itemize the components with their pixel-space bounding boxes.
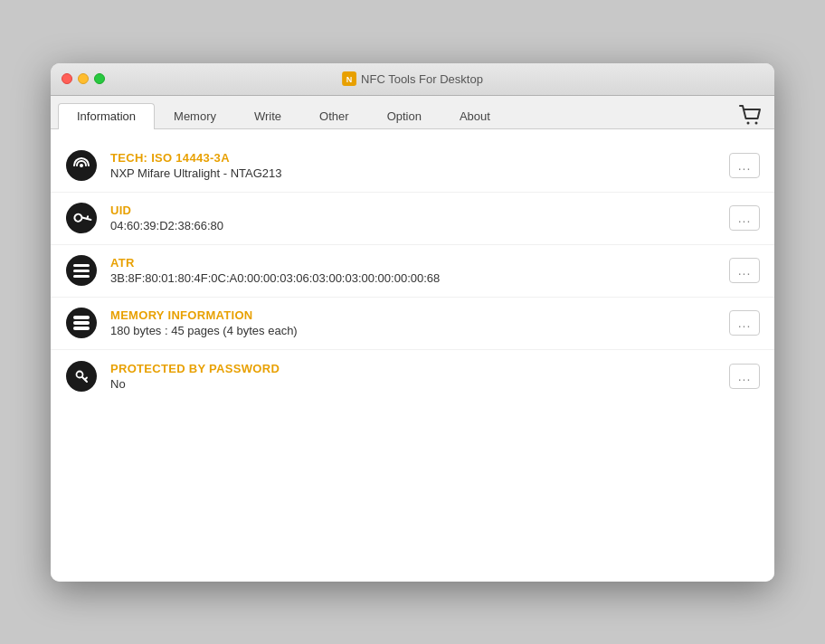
- atr-value: 3B:8F:80:01:80:4F:0C:A0:00:00:03:06:03:0…: [110, 271, 729, 285]
- uid-row: UID 04:60:39:D2:38:66:80 ...: [51, 193, 774, 245]
- title-text: NFC Tools For Desktop: [361, 72, 483, 86]
- uid-label: UID: [110, 204, 729, 217]
- svg-point-4: [80, 164, 83, 167]
- titlebar: N NFC Tools For Desktop: [51, 63, 774, 96]
- svg-line-10: [85, 377, 87, 379]
- password-label: PROTECTED BY PASSWORD: [110, 362, 729, 375]
- tab-about[interactable]: About: [441, 103, 509, 128]
- app-window: N NFC Tools For Desktop Information Memo…: [51, 63, 774, 582]
- memory-action-button[interactable]: ...: [729, 310, 760, 336]
- tab-information[interactable]: Information: [58, 103, 155, 129]
- tab-memory[interactable]: Memory: [155, 103, 235, 128]
- tabbar: Information Memory Write Other Option Ab…: [51, 96, 774, 129]
- tech-text: TECH: ISO 14443-3A NXP Mifare Ultralight…: [110, 151, 729, 180]
- memory-row: MEMORY INFORMATION 180 bytes : 45 pages …: [51, 298, 774, 350]
- shield-key-icon: [65, 360, 98, 393]
- password-value: No: [110, 377, 729, 391]
- tab-other[interactable]: Other: [300, 103, 368, 128]
- tab-write[interactable]: Write: [235, 103, 300, 128]
- tech-value: NXP Mifare Ultralight - NTAG213: [110, 166, 729, 180]
- password-row: PROTECTED BY PASSWORD No ...: [51, 350, 774, 402]
- svg-text:N: N: [346, 75, 353, 84]
- memory-text: MEMORY INFORMATION 180 bytes : 45 pages …: [110, 308, 729, 337]
- password-text: PROTECTED BY PASSWORD No: [110, 362, 729, 391]
- svg-point-3: [755, 121, 758, 124]
- uid-text: UID 04:60:39:D2:38:66:80: [110, 204, 729, 232]
- maximize-button[interactable]: [94, 73, 105, 84]
- layers-icon: [65, 254, 98, 287]
- traffic-lights: [62, 73, 105, 84]
- content-area: TECH: ISO 14443-3A NXP Mifare Ultralight…: [51, 129, 774, 582]
- uid-action-button[interactable]: ...: [729, 205, 760, 231]
- atr-label: ATR: [110, 256, 729, 270]
- atr-text: ATR 3B:8F:80:01:80:4F:0C:A0:00:00:03:06:…: [110, 256, 729, 285]
- cart-button[interactable]: [738, 104, 763, 131]
- tech-action-button[interactable]: ...: [729, 153, 760, 178]
- window-title: N NFC Tools For Desktop: [342, 71, 483, 86]
- minimize-button[interactable]: [78, 73, 89, 84]
- nfc-icon: [65, 149, 98, 182]
- cylinders-icon: [65, 307, 98, 339]
- tech-label: TECH: ISO 14443-3A: [110, 151, 729, 165]
- svg-point-2: [747, 121, 750, 124]
- memory-value: 180 bytes : 45 pages (4 bytes each): [110, 324, 729, 337]
- key-icon: [65, 202, 98, 234]
- tech-row: TECH: ISO 14443-3A NXP Mifare Ultralight…: [51, 140, 774, 193]
- tab-option[interactable]: Option: [368, 103, 441, 128]
- memory-label: MEMORY INFORMATION: [110, 308, 729, 322]
- password-action-button[interactable]: ...: [729, 364, 760, 389]
- close-button[interactable]: [62, 73, 72, 84]
- atr-row: ATR 3B:8F:80:01:80:4F:0C:A0:00:00:03:06:…: [51, 245, 774, 298]
- atr-action-button[interactable]: ...: [729, 258, 760, 283]
- uid-value: 04:60:39:D2:38:66:80: [110, 219, 729, 232]
